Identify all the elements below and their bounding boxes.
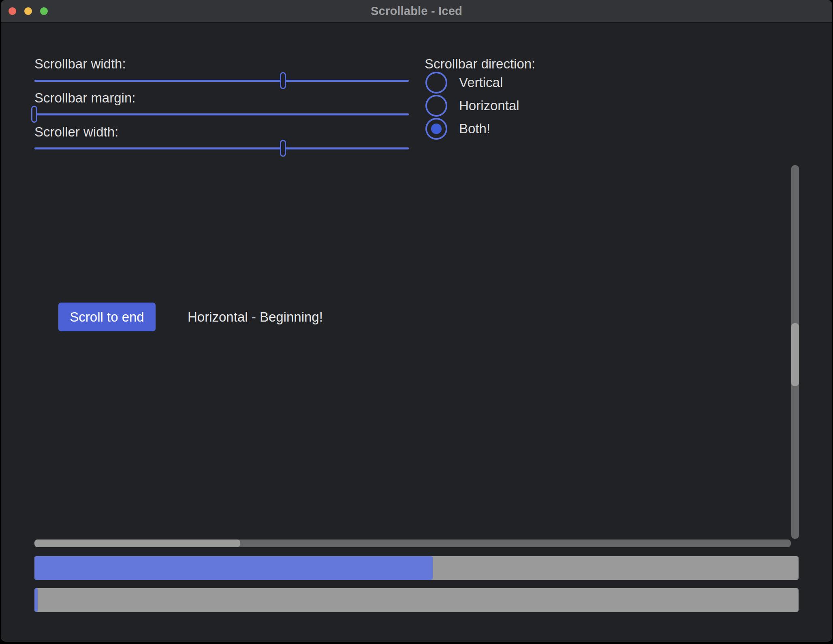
window-title: Scrollable - Iced <box>371 4 462 18</box>
scrollbar-margin-label: Scrollbar margin: <box>34 90 135 106</box>
scrollbar-direction-group: Vertical Horizontal Both! <box>425 72 519 140</box>
radio-label-horizontal: Horizontal <box>459 98 519 113</box>
radio-label-vertical: Vertical <box>459 75 503 90</box>
app-window: Scrollable - Iced Scrollbar width: Scrol… <box>1 0 832 642</box>
vertical-scrollbar-thumb[interactable] <box>791 323 799 386</box>
vertical-progress-bar <box>34 588 799 612</box>
slider-track[interactable] <box>34 113 409 115</box>
vertical-scrollbar-track[interactable] <box>791 165 799 539</box>
progress-fill-1 <box>34 588 38 612</box>
close-button[interactable] <box>9 7 16 15</box>
scroll-to-end-button[interactable]: Scroll to end <box>58 303 156 331</box>
screenshot-root: Scrollable - Iced Scrollbar width: Scrol… <box>0 0 833 644</box>
minimize-button[interactable] <box>24 7 32 15</box>
titlebar: Scrollable - Iced <box>1 0 832 23</box>
radio-label-both: Both! <box>459 121 490 136</box>
slider-handle-0[interactable] <box>280 72 286 89</box>
scroller-width-label: Scroller width: <box>34 124 118 140</box>
radio-circle-icon[interactable] <box>425 118 447 140</box>
fullscreen-button[interactable] <box>40 7 48 15</box>
progress-fill-0 <box>34 556 433 580</box>
scrollbar-direction-label: Scrollbar direction: <box>425 56 535 72</box>
slider-handle-2[interactable] <box>280 140 286 157</box>
traffic-lights <box>9 0 48 22</box>
horizontal-scrollbar-thumb[interactable] <box>34 540 240 547</box>
scrollbar-margin-slider[interactable] <box>34 113 409 115</box>
scrollbar-width-label: Scrollbar width: <box>34 56 126 72</box>
horizontal-progress-bar <box>34 556 799 580</box>
radio-dot-icon <box>431 124 442 134</box>
slider-track[interactable] <box>34 80 409 82</box>
radio-option-0[interactable]: Vertical <box>425 72 519 94</box>
radio-circle-icon[interactable] <box>425 95 447 117</box>
scroller-width-slider[interactable] <box>34 147 409 149</box>
scroll-status-text: Horizontal - Beginning! <box>188 303 323 331</box>
radio-option-2[interactable]: Both! <box>425 118 519 140</box>
scrollbar-width-slider[interactable] <box>34 80 409 82</box>
horizontal-scrollbar-track[interactable] <box>34 540 791 547</box>
radio-circle-icon[interactable] <box>425 72 447 94</box>
slider-handle-1[interactable] <box>31 106 37 123</box>
radio-option-1[interactable]: Horizontal <box>425 95 519 117</box>
slider-track[interactable] <box>34 147 409 149</box>
